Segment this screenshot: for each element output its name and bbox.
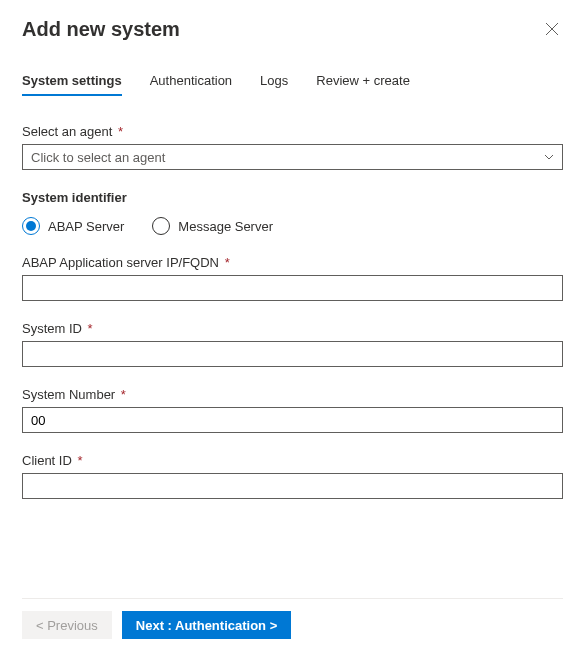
radio-abap-server[interactable]: ABAP Server	[22, 217, 124, 235]
abap-ip-input[interactable]	[22, 275, 563, 301]
radio-label: ABAP Server	[48, 219, 124, 234]
radio-message-server[interactable]: Message Server	[152, 217, 273, 235]
required-indicator: *	[88, 321, 93, 336]
label-text: Client ID	[22, 453, 72, 468]
tab-authentication[interactable]: Authentication	[150, 67, 232, 96]
tab-review-create[interactable]: Review + create	[316, 67, 410, 96]
previous-button[interactable]: < Previous	[22, 611, 112, 639]
system-identifier-header: System identifier	[22, 190, 563, 205]
required-indicator: *	[77, 453, 82, 468]
radio-button-icon	[22, 217, 40, 235]
required-indicator: *	[118, 124, 123, 139]
label-text: ABAP Application server IP/FQDN	[22, 255, 219, 270]
select-agent-dropdown[interactable]: Click to select an agent	[22, 144, 563, 170]
dropdown-placeholder: Click to select an agent	[31, 150, 165, 165]
tab-system-settings[interactable]: System settings	[22, 67, 122, 96]
tab-logs[interactable]: Logs	[260, 67, 288, 96]
radio-button-icon	[152, 217, 170, 235]
system-identifier-radio-group: ABAP Server Message Server	[22, 217, 563, 235]
system-id-label: System ID *	[22, 321, 563, 336]
system-id-input[interactable]	[22, 341, 563, 367]
client-id-label: Client ID *	[22, 453, 563, 468]
client-id-input[interactable]	[22, 473, 563, 499]
radio-label: Message Server	[178, 219, 273, 234]
system-number-label: System Number *	[22, 387, 563, 402]
label-text: System ID	[22, 321, 82, 336]
tab-bar: System settings Authentication Logs Revi…	[22, 67, 563, 96]
page-title: Add new system	[22, 18, 180, 41]
chevron-down-icon	[544, 150, 554, 165]
required-indicator: *	[225, 255, 230, 270]
footer: < Previous Next : Authentication >	[22, 598, 563, 639]
label-text: Select an agent	[22, 124, 112, 139]
abap-ip-label: ABAP Application server IP/FQDN *	[22, 255, 563, 270]
required-indicator: *	[121, 387, 126, 402]
select-agent-label: Select an agent *	[22, 124, 563, 139]
next-button[interactable]: Next : Authentication >	[122, 611, 291, 639]
label-text: System Number	[22, 387, 115, 402]
close-icon[interactable]	[541, 18, 563, 43]
system-number-input[interactable]	[22, 407, 563, 433]
